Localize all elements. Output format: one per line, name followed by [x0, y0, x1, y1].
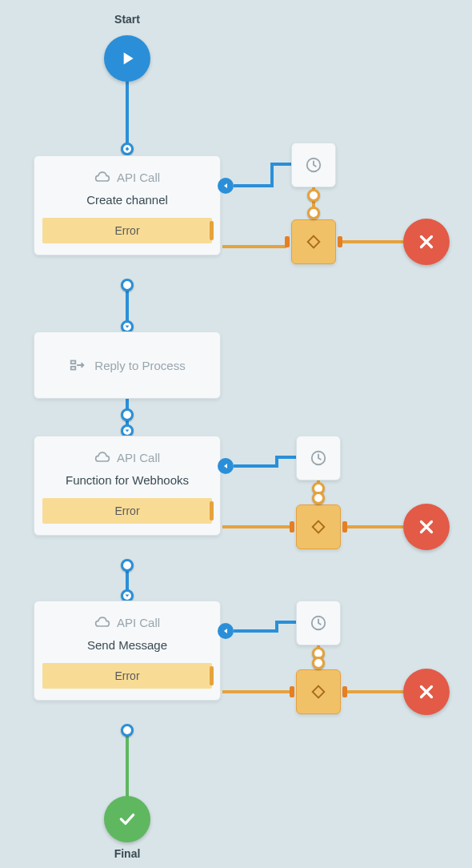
port-in-orange	[312, 492, 325, 504]
error-output[interactable]: Error	[42, 663, 212, 689]
node-title: Function for Webhooks	[42, 473, 212, 487]
api-call-node[interactable]: API Call Create channel Error	[34, 155, 221, 255]
port-in-orange	[307, 207, 320, 219]
close-icon	[416, 681, 437, 702]
final-node[interactable]	[104, 796, 150, 842]
close-icon	[416, 516, 437, 537]
diamond-icon	[310, 683, 327, 701]
port-side-in	[218, 178, 234, 194]
start-node[interactable]	[104, 35, 150, 82]
node-type-label: API Call	[117, 616, 160, 629]
node-title: Create channel	[42, 193, 212, 207]
close-icon	[416, 231, 437, 252]
api-call-node[interactable]: API Call Function for Webhooks Error	[34, 436, 221, 536]
port-left-orange	[285, 236, 290, 247]
error-end-node[interactable]	[403, 504, 450, 550]
check-icon	[117, 809, 138, 830]
final-label: Final	[114, 847, 141, 860]
error-end-node[interactable]	[403, 669, 450, 715]
start-label: Start	[114, 13, 140, 26]
delay-node[interactable]	[296, 601, 341, 645]
port-right-orange	[338, 236, 342, 247]
port-right-orange	[342, 521, 347, 532]
error-output[interactable]: Error	[42, 218, 212, 243]
port-in-orange	[312, 657, 325, 669]
cloud-icon	[94, 614, 110, 630]
port-left-orange	[290, 686, 294, 697]
clock-icon	[310, 614, 327, 632]
api-call-node[interactable]: API Call Send Message Error	[34, 601, 221, 701]
port-out	[121, 559, 134, 572]
port-out-orange	[307, 189, 320, 202]
port-left-orange	[290, 521, 294, 532]
port-side-in	[218, 458, 234, 474]
diamond-icon	[310, 518, 327, 536]
node-type-label: API Call	[117, 171, 160, 184]
condition-node[interactable]	[296, 504, 341, 549]
svg-rect-16	[71, 361, 76, 364]
connections-layer	[0, 0, 472, 868]
node-title: Send Message	[42, 638, 212, 652]
reply-label: Reply to Process	[94, 359, 185, 372]
node-type-label: API Call	[117, 451, 160, 464]
port-out	[121, 408, 134, 421]
delay-node[interactable]	[296, 436, 341, 480]
clock-icon	[305, 156, 322, 174]
port-side-in	[218, 623, 234, 639]
diamond-icon	[305, 233, 322, 251]
cloud-icon	[94, 449, 110, 465]
play-icon	[117, 48, 138, 69]
error-output[interactable]: Error	[42, 498, 212, 524]
svg-rect-17	[71, 367, 76, 370]
port-in	[121, 143, 134, 155]
port-out	[121, 724, 134, 737]
port-out	[121, 279, 134, 291]
error-end-node[interactable]	[403, 219, 450, 265]
cloud-icon	[94, 169, 110, 185]
condition-node[interactable]	[291, 219, 336, 264]
reply-node[interactable]: Reply to Process	[34, 332, 221, 399]
condition-node[interactable]	[296, 669, 341, 714]
clock-icon	[310, 449, 327, 467]
reply-icon	[69, 356, 86, 374]
delay-node[interactable]	[291, 143, 336, 187]
port-right-orange	[342, 686, 347, 697]
